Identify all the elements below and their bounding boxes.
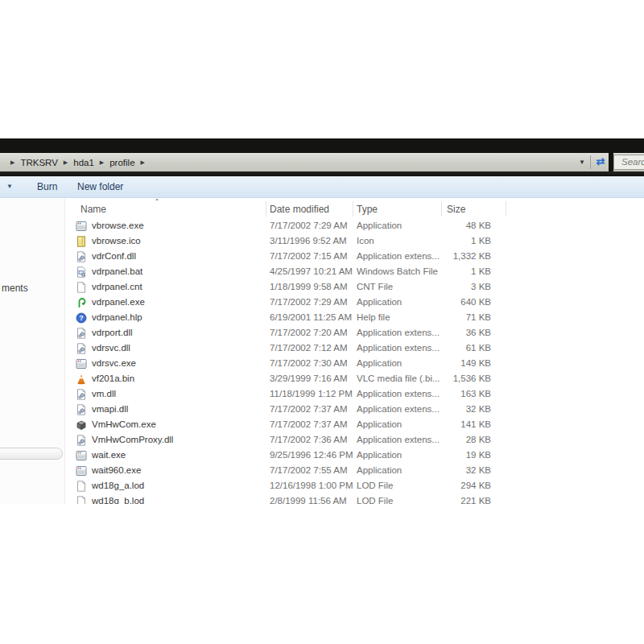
size-cell: 294 KB — [417, 481, 491, 490]
date-modified-cell: 1/18/1999 9:58 AM — [270, 282, 348, 291]
chevron-down-icon[interactable]: ▼ — [573, 153, 591, 171]
file-row[interactable]: vf201a.bin3/29/1999 7:16 AMVLC media fil… — [71, 372, 522, 387]
file-name-cell: vbrowse.exe — [92, 221, 144, 230]
file-name-cell: vf201a.bin — [92, 374, 134, 383]
type-cell: Application — [357, 450, 402, 460]
date-modified-cell: 7/17/2002 7:37 AM — [270, 404, 348, 414]
file-name-cell: VmHwCom.exe — [92, 419, 156, 429]
column-header-date-modified[interactable]: Date modified — [270, 204, 329, 215]
file-row[interactable]: vdrpanel.exe7/17/2002 7:29 AMApplication… — [71, 295, 522, 311]
column-separator[interactable] — [441, 201, 442, 217]
file-row[interactable]: wd18g_a.lod12/16/1998 1:00 PMLOD File294… — [71, 479, 522, 494]
column-separator[interactable] — [506, 201, 506, 217]
column-separator[interactable] — [266, 201, 266, 217]
file-list: ▲ Name Date modified Type Size vbrowse.e… — [71, 199, 644, 504]
date-modified-cell: 7/17/2002 7:55 AM — [270, 465, 348, 475]
type-cell: Application — [357, 419, 402, 429]
file-row[interactable]: vdrport.dll7/17/2002 7:20 AMApplication … — [71, 326, 522, 341]
date-modified-cell: 3/11/1996 9:52 AM — [270, 236, 347, 246]
application-icon — [76, 450, 87, 461]
size-cell: 3 KB — [417, 282, 491, 291]
file-row[interactable]: VmHwCom.exe7/17/2002 7:37 AMApplication1… — [71, 418, 522, 433]
dll-icon — [76, 328, 87, 339]
file-name-cell: wd18g_b.lod — [92, 496, 144, 504]
date-modified-cell: 4/25/1997 10:21 AM — [270, 266, 353, 276]
size-cell: 71 KB — [417, 312, 491, 322]
breadcrumb-item-profile[interactable]: profile — [109, 158, 134, 167]
search-input[interactable]: Search — [613, 155, 644, 170]
sidebar-item-documents[interactable]: ments — [2, 283, 28, 294]
size-cell: 48 KB — [417, 221, 491, 230]
date-modified-cell: 11/18/1999 1:12 PM — [270, 389, 353, 398]
date-modified-cell: 7/17/2002 7:29 AM — [270, 297, 348, 307]
type-cell: LOD File — [357, 481, 393, 490]
file-row[interactable]: vbrowse.exe7/17/2002 7:29 AMApplication4… — [71, 219, 522, 234]
breadcrumb-chevron-icon[interactable]: ▶ — [10, 159, 14, 166]
date-modified-cell: 9/25/1996 12:46 PM — [270, 450, 353, 460]
dll-icon — [76, 404, 87, 415]
file-row[interactable]: wd18g_b.lod2/8/1999 11:56 AMLOD File221 … — [71, 494, 522, 504]
file-row[interactable]: vdrsvc.dll7/17/2002 7:12 AMApplication e… — [71, 341, 522, 357]
refresh-icon[interactable]: ⇄ — [592, 153, 609, 171]
file-row[interactable]: wait960.exe7/17/2002 7:55 AMApplication3… — [71, 464, 522, 479]
breadcrumb-item-trksrv[interactable]: TRKSRV — [20, 158, 57, 167]
date-modified-cell: 7/17/2002 7:20 AM — [270, 328, 348, 337]
explorer-content: ments ▲ Name Date modified Type Size vbr… — [0, 199, 644, 504]
breadcrumb[interactable]: ▶TRKSRV▶hda1▶profile▶ — [5, 153, 151, 171]
file-row[interactable]: vdrpanel.bat4/25/1997 10:21 AMWindows Ba… — [71, 265, 522, 280]
file-name-cell: wd18g_a.lod — [92, 481, 144, 490]
type-cell: Application — [357, 465, 402, 475]
page-icon — [76, 481, 87, 492]
date-modified-cell: 7/17/2002 7:37 AM — [270, 419, 348, 429]
column-header-size[interactable]: Size — [447, 204, 465, 215]
breadcrumb-item-hda1[interactable]: hda1 — [73, 158, 94, 167]
file-row[interactable]: vmapi.dll7/17/2002 7:37 AMApplication ex… — [71, 402, 522, 418]
file-name-cell: vdrsvc.exe — [92, 358, 136, 368]
size-cell: 61 KB — [417, 343, 491, 353]
file-row[interactable]: ?vdrpanel.hlp6/19/2001 11:25 AMHelp file… — [71, 311, 522, 326]
date-modified-cell: 7/17/2002 7:29 AM — [270, 221, 348, 230]
breadcrumb-chevron-icon[interactable]: ▶ — [64, 159, 68, 166]
size-cell: 141 KB — [417, 419, 491, 429]
application-icon — [76, 465, 87, 477]
file-row[interactable]: vbrowse.ico3/11/1996 9:52 AMIcon1 KB — [71, 234, 522, 250]
dll-icon — [76, 251, 87, 262]
size-cell: 1 KB — [417, 236, 491, 246]
icon-file-icon — [76, 236, 87, 247]
new-folder-button[interactable]: New folder — [74, 176, 126, 197]
file-name-cell: vdrpanel.exe — [92, 297, 145, 307]
file-name-cell: vm.dll — [92, 389, 116, 398]
box-icon — [76, 419, 87, 431]
file-row[interactable]: vdrConf.dll7/17/2002 7:15 AMApplication … — [71, 250, 522, 265]
file-name-cell: vdrsvc.dll — [92, 343, 130, 353]
type-cell: Application — [357, 358, 402, 368]
date-modified-cell: 7/17/2002 7:12 AM — [270, 343, 348, 353]
file-name-cell: vdrpanel.cnt — [92, 282, 142, 291]
burn-button[interactable]: Burn — [34, 176, 60, 197]
file-rows: vbrowse.exe7/17/2002 7:29 AMApplication4… — [71, 219, 522, 504]
file-name-cell: vdrpanel.hlp — [92, 312, 142, 322]
file-row[interactable]: VmHwComProxy.dll7/17/2002 7:36 AMApplica… — [71, 433, 522, 448]
column-header-name[interactable]: Name — [80, 204, 106, 215]
file-row[interactable]: vm.dll11/18/1999 1:12 PMApplication exte… — [71, 387, 522, 402]
nav-scrollbar-thumb[interactable] — [0, 448, 63, 460]
breadcrumb-chevron-icon[interactable]: ▶ — [100, 159, 104, 166]
dll-icon — [76, 435, 87, 446]
file-row[interactable]: vdrpanel.cnt1/18/1999 9:58 AMCNT File3 K… — [71, 280, 522, 295]
vlc-cone-icon — [76, 374, 87, 385]
breadcrumb-chevron-icon[interactable]: ▶ — [141, 159, 145, 166]
column-header-row: ▲ Name Date modified Type Size — [71, 199, 522, 219]
address-bar[interactable]: ▶TRKSRV▶hda1▶profile▶ ▼ ⇄ Search — [0, 153, 644, 171]
date-modified-cell: 7/17/2002 7:36 AM — [270, 435, 348, 444]
file-name-cell: vdrport.dll — [92, 328, 133, 337]
green-arrow-icon — [76, 297, 87, 308]
column-separator[interactable] — [353, 201, 353, 217]
batch-icon — [76, 266, 87, 278]
file-row[interactable]: vdrsvc.exe7/17/2002 7:30 AMApplication14… — [71, 357, 522, 372]
size-cell: 1 KB — [417, 266, 491, 276]
chevron-down-icon[interactable]: ▼ — [6, 176, 13, 197]
file-row[interactable]: wait.exe9/25/1996 12:46 PMApplication19 … — [71, 448, 522, 464]
column-header-type[interactable]: Type — [357, 204, 378, 215]
page-icon — [76, 282, 87, 293]
application-icon — [76, 358, 87, 369]
